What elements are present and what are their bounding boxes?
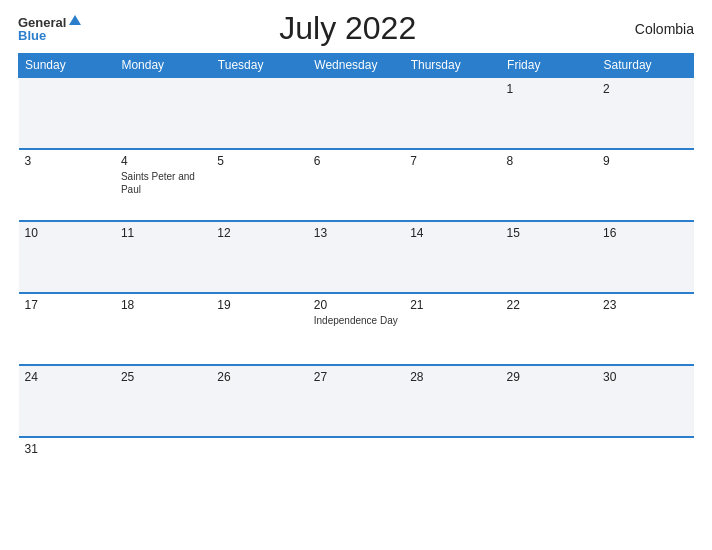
calendar-week-row: 12 [19, 77, 694, 149]
calendar-cell: 7 [404, 149, 500, 221]
day-number: 18 [121, 298, 205, 312]
calendar-cell: 1 [501, 77, 597, 149]
day-number: 16 [603, 226, 687, 240]
logo: General Blue [18, 16, 81, 42]
day-number: 20 [314, 298, 398, 312]
calendar-cell [404, 437, 500, 493]
day-number: 4 [121, 154, 205, 168]
calendar-cell [115, 437, 211, 493]
calendar-cell: 29 [501, 365, 597, 437]
calendar-table: Sunday Monday Tuesday Wednesday Thursday… [18, 53, 694, 493]
calendar-cell: 17 [19, 293, 115, 365]
calendar-cell: 28 [404, 365, 500, 437]
calendar-cell: 4Saints Peter and Paul [115, 149, 211, 221]
day-number: 1 [507, 82, 591, 96]
calendar-cell: 20Independence Day [308, 293, 404, 365]
calendar-event: Saints Peter and Paul [121, 170, 205, 196]
calendar-cell: 8 [501, 149, 597, 221]
calendar-cell: 10 [19, 221, 115, 293]
day-number: 27 [314, 370, 398, 384]
day-number: 9 [603, 154, 687, 168]
calendar-cell: 13 [308, 221, 404, 293]
day-number: 23 [603, 298, 687, 312]
day-number: 5 [217, 154, 301, 168]
calendar-cell [308, 437, 404, 493]
page: General Blue July 2022 Colombia Sunday M… [0, 0, 712, 550]
day-number: 31 [25, 442, 109, 456]
calendar-cell: 19 [211, 293, 307, 365]
calendar-cell: 18 [115, 293, 211, 365]
weekday-header-row: Sunday Monday Tuesday Wednesday Thursday… [19, 54, 694, 78]
calendar-cell: 25 [115, 365, 211, 437]
day-number: 25 [121, 370, 205, 384]
day-number: 21 [410, 298, 494, 312]
calendar-week-row: 34Saints Peter and Paul56789 [19, 149, 694, 221]
calendar-cell: 31 [19, 437, 115, 493]
calendar-cell: 15 [501, 221, 597, 293]
calendar-cell [115, 77, 211, 149]
calendar-week-row: 10111213141516 [19, 221, 694, 293]
day-number: 26 [217, 370, 301, 384]
col-thursday: Thursday [404, 54, 500, 78]
day-number: 3 [25, 154, 109, 168]
month-title: July 2022 [81, 10, 614, 47]
calendar-cell: 3 [19, 149, 115, 221]
col-wednesday: Wednesday [308, 54, 404, 78]
logo-triangle-icon [69, 15, 81, 25]
day-number: 13 [314, 226, 398, 240]
day-number: 22 [507, 298, 591, 312]
col-sunday: Sunday [19, 54, 115, 78]
day-number: 30 [603, 370, 687, 384]
day-number: 15 [507, 226, 591, 240]
calendar-cell: 24 [19, 365, 115, 437]
calendar-cell: 6 [308, 149, 404, 221]
calendar-cell: 30 [597, 365, 693, 437]
day-number: 7 [410, 154, 494, 168]
calendar-cell [597, 437, 693, 493]
day-number: 6 [314, 154, 398, 168]
calendar-cell [404, 77, 500, 149]
col-friday: Friday [501, 54, 597, 78]
calendar-cell [308, 77, 404, 149]
day-number: 24 [25, 370, 109, 384]
day-number: 28 [410, 370, 494, 384]
calendar-cell: 5 [211, 149, 307, 221]
calendar-cell: 11 [115, 221, 211, 293]
calendar-cell: 22 [501, 293, 597, 365]
calendar-cell: 23 [597, 293, 693, 365]
day-number: 12 [217, 226, 301, 240]
col-tuesday: Tuesday [211, 54, 307, 78]
logo-blue-text: Blue [18, 29, 46, 42]
calendar-cell [211, 77, 307, 149]
calendar-cell: 12 [211, 221, 307, 293]
calendar-cell [19, 77, 115, 149]
day-number: 10 [25, 226, 109, 240]
calendar-week-row: 17181920Independence Day212223 [19, 293, 694, 365]
calendar-week-row: 24252627282930 [19, 365, 694, 437]
day-number: 14 [410, 226, 494, 240]
day-number: 19 [217, 298, 301, 312]
logo-general-text: General [18, 16, 66, 29]
calendar-cell: 21 [404, 293, 500, 365]
calendar-cell: 27 [308, 365, 404, 437]
calendar-body: 1234Saints Peter and Paul567891011121314… [19, 77, 694, 493]
day-number: 17 [25, 298, 109, 312]
calendar-cell: 14 [404, 221, 500, 293]
calendar-cell: 16 [597, 221, 693, 293]
day-number: 11 [121, 226, 205, 240]
col-monday: Monday [115, 54, 211, 78]
day-number: 8 [507, 154, 591, 168]
calendar-cell [501, 437, 597, 493]
calendar-cell: 26 [211, 365, 307, 437]
country-label: Colombia [614, 21, 694, 37]
col-saturday: Saturday [597, 54, 693, 78]
calendar-cell: 9 [597, 149, 693, 221]
calendar-week-row: 31 [19, 437, 694, 493]
calendar-event: Independence Day [314, 314, 398, 327]
calendar-header: General Blue July 2022 Colombia [18, 10, 694, 47]
calendar-cell [211, 437, 307, 493]
day-number: 29 [507, 370, 591, 384]
day-number: 2 [603, 82, 687, 96]
calendar-cell: 2 [597, 77, 693, 149]
